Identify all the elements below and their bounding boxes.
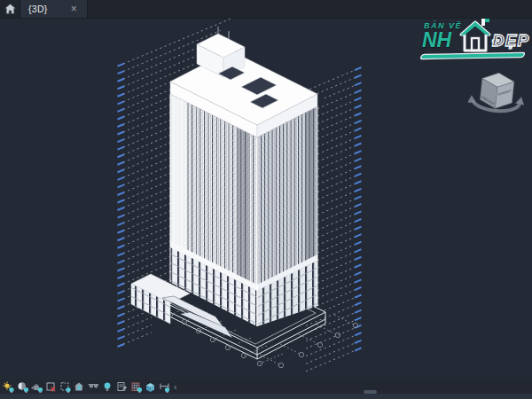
watermark-logo: BẢN VẼ NH ĐẸP: [419, 20, 528, 61]
reveal-hidden-elements-icon[interactable]: [101, 380, 114, 393]
analytical-model-icon[interactable]: [129, 380, 143, 393]
sun-path-icon[interactable]: [2, 380, 15, 393]
tab-close-icon[interactable]: ×: [71, 4, 77, 14]
temporary-view-properties-icon[interactable]: [115, 380, 129, 393]
horizontal-scrollbar-thumb[interactable]: [364, 390, 377, 394]
home-icon: [4, 4, 16, 14]
watermark-line2: NH: [422, 28, 451, 52]
status-bar: [0, 394, 532, 399]
viewcube-cube[interactable]: FRONT RIGHT: [480, 71, 515, 110]
building-3d-wireframe: [0, 18, 532, 379]
watermark-line3: ĐẸP: [492, 31, 529, 51]
tab-label: {3D}: [28, 4, 48, 14]
crop-region-icon[interactable]: [59, 380, 72, 393]
reveal-constraints-icon[interactable]: [158, 380, 171, 393]
model-canvas[interactable]: BẢN VẼ NH ĐẸP FRONT RIGHT: [0, 18, 532, 379]
crop-view-off-icon[interactable]: [44, 380, 58, 393]
displacement-sets-icon[interactable]: [144, 380, 157, 393]
view-tab-bar: {3D} ×: [0, 0, 532, 19]
watermark-underline: [421, 53, 525, 59]
view-control-bar: ‹: [0, 379, 532, 394]
locked-orientation-icon[interactable]: [73, 380, 86, 393]
tab-3d-view[interactable]: {3D} ×: [20, 0, 88, 18]
viewcube[interactable]: FRONT RIGHT: [468, 69, 525, 119]
house-logo-icon: [458, 17, 493, 54]
temporary-hide-isolate-icon[interactable]: [87, 380, 100, 393]
rendering-dialog-icon[interactable]: [30, 380, 43, 393]
home-view-button[interactable]: [0, 0, 20, 18]
shadows-icon[interactable]: [16, 380, 29, 393]
collapse-toolbar-chevron[interactable]: ‹: [174, 382, 177, 392]
